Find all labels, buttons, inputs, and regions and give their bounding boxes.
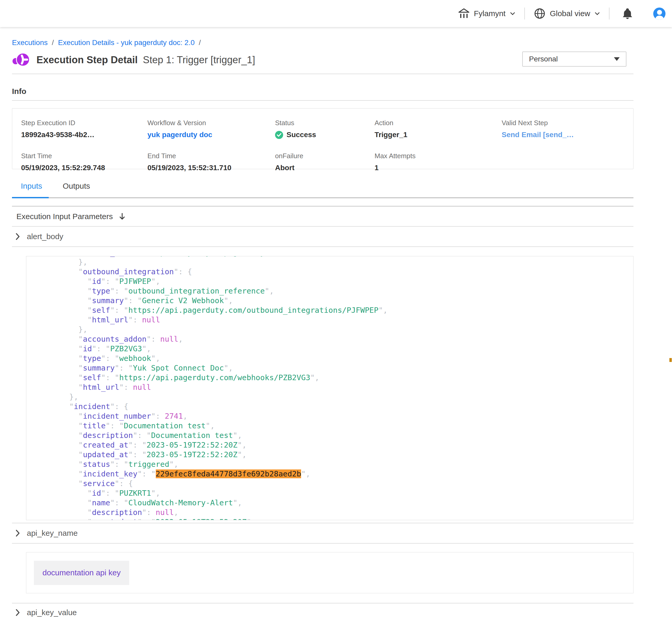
field-value: Abort bbox=[275, 164, 374, 172]
view-switcher[interactable]: Global view bbox=[534, 8, 600, 19]
chevron-down-icon bbox=[510, 12, 515, 15]
code-line: "status": "triggered", bbox=[42, 459, 633, 469]
code-line: "name": "CloudWatch-Memory-Alert", bbox=[42, 498, 633, 508]
code-line: "type": "outbound_integration_reference"… bbox=[42, 286, 633, 296]
main-content: Executions / Execution Details - yuk pag… bbox=[0, 38, 646, 618]
code-line: }, bbox=[42, 258, 633, 267]
code-line: }, bbox=[42, 325, 633, 334]
download-parameters-button[interactable] bbox=[118, 212, 126, 221]
chevron-down-icon bbox=[594, 12, 600, 15]
status-text: Success bbox=[286, 131, 316, 139]
field-value: 05/19/2023, 15:52:31.710 bbox=[148, 164, 275, 172]
tab-inputs[interactable]: Inputs bbox=[21, 182, 42, 197]
code-line: "summary": "Yuk Spot Connect Doc", bbox=[42, 363, 633, 373]
institution-icon bbox=[458, 8, 470, 19]
code-line: "created_at": "2023-05-19T22:52:20Z", bbox=[42, 517, 633, 520]
active-tab-underline bbox=[12, 197, 49, 198]
execution-input-parameters-bar: Execution Input Parameters bbox=[12, 207, 634, 227]
avatar-head bbox=[657, 10, 662, 15]
field-onfailure: onFailure Abort bbox=[275, 152, 374, 172]
topbar-divider bbox=[609, 8, 609, 19]
param-name: api_key_name bbox=[27, 529, 78, 538]
param-row-alert-body[interactable]: alert_body bbox=[12, 227, 634, 247]
scrollbar-find-marker bbox=[669, 358, 672, 362]
field-label: End Time bbox=[148, 152, 275, 160]
breadcrumb: Executions / Execution Details - yuk pag… bbox=[12, 38, 646, 47]
info-card: Step Execution ID 18992a43-9538-4b2… Wor… bbox=[12, 108, 634, 169]
alert-body-json-viewer[interactable]: "html_url": "https://fylamynt.pagerduty.… bbox=[26, 256, 634, 520]
field-max-attempts: Max Attempts 1 bbox=[374, 152, 502, 172]
field-end-time: End Time 05/19/2023, 15:52:31.710 bbox=[148, 152, 275, 172]
param-row-api-key-name[interactable]: api_key_name bbox=[12, 523, 634, 543]
breadcrumb-separator: / bbox=[52, 38, 54, 47]
breadcrumb-execution-details[interactable]: Execution Details - yuk pagerduty doc: 2… bbox=[58, 38, 195, 47]
api-key-name-chip[interactable]: documentation api key bbox=[34, 561, 129, 585]
breadcrumb-executions[interactable]: Executions bbox=[12, 38, 48, 47]
field-value: 18992a43-9538-4b2… bbox=[21, 131, 148, 139]
code-line: "service": { bbox=[42, 479, 633, 489]
code-line: "html_url": null bbox=[42, 383, 633, 392]
caret-down-icon bbox=[614, 57, 620, 61]
code-line: "created_at": "2023-05-19T22:52:20Z", bbox=[42, 440, 633, 450]
field-value: 05/19/2023, 15:52:29.748 bbox=[21, 164, 148, 172]
field-label: Action bbox=[374, 119, 502, 127]
code-line: "id": "PUZKRT1", bbox=[42, 489, 633, 498]
field-status: Status Success bbox=[275, 119, 374, 139]
field-label: Status bbox=[275, 119, 374, 127]
field-workflow-version: Workflow & Version yuk pagerduty doc bbox=[148, 119, 275, 139]
scope-select[interactable]: Personal bbox=[522, 51, 626, 67]
notifications-button[interactable] bbox=[622, 8, 633, 19]
code-line: "html_url": null bbox=[42, 315, 633, 325]
topbar-divider bbox=[524, 8, 525, 19]
tab-bar: Inputs Outputs bbox=[12, 182, 634, 198]
status-badge: Success bbox=[275, 131, 374, 139]
execution-step-detail-page: Fylamynt Global view bbox=[0, 0, 672, 618]
topbar: Fylamynt Global view bbox=[0, 0, 672, 27]
title-row: Execution Step Detail Step 1: Trigger [t… bbox=[12, 51, 634, 68]
org-name: Fylamynt bbox=[474, 9, 506, 18]
field-valid-next-step: Valid Next Step Send Email [send_… bbox=[502, 119, 633, 139]
next-step-link[interactable]: Send Email [send_… bbox=[502, 131, 633, 139]
code-line: "accounts_addon": null, bbox=[42, 334, 633, 344]
json-code: "html_url": "https://fylamynt.pagerduty.… bbox=[26, 256, 633, 520]
chevron-right-icon bbox=[16, 233, 20, 240]
field-label: Max Attempts bbox=[374, 152, 502, 160]
workflow-link[interactable]: yuk pagerduty doc bbox=[148, 131, 275, 139]
globe-icon bbox=[534, 8, 546, 19]
code-line: "type": "webhook", bbox=[42, 353, 633, 363]
field-label: Valid Next Step bbox=[502, 119, 633, 127]
code-line: "incident_key": "229efec8feda44778d3fe69… bbox=[42, 469, 633, 479]
success-check-icon bbox=[275, 131, 283, 139]
field-action: Action Trigger_1 bbox=[374, 119, 502, 139]
scope-select-value: Personal bbox=[529, 55, 614, 63]
code-line: "self": "https://api.pagerduty.com/webho… bbox=[42, 373, 633, 383]
field-step-execution-id: Step Execution ID 18992a43-9538-4b2… bbox=[21, 119, 148, 139]
chevron-right-icon bbox=[16, 529, 20, 537]
divider bbox=[12, 100, 634, 101]
tab-outputs[interactable]: Outputs bbox=[63, 182, 90, 197]
param-row-api-key-value[interactable]: api_key_value bbox=[12, 603, 634, 618]
field-label: Step Execution ID bbox=[21, 119, 148, 127]
code-line: "outbound_integration": { bbox=[42, 267, 633, 277]
chevron-right-icon bbox=[16, 609, 20, 616]
code-line: "id": "PJFWPEP", bbox=[42, 277, 633, 286]
code-line: "incident_number": 2741, bbox=[42, 411, 633, 421]
field-label: onFailure bbox=[275, 152, 374, 160]
breadcrumb-separator: / bbox=[199, 38, 201, 47]
code-line: "summary": "Generic V2 Webhook", bbox=[42, 296, 633, 305]
field-value: 1 bbox=[374, 164, 502, 172]
code-line: "updated_at": "2023-05-19T22:52:20Z", bbox=[42, 450, 633, 459]
field-value: Trigger_1 bbox=[374, 131, 502, 139]
code-line: "self": "https://api.pagerduty.com/outbo… bbox=[42, 305, 633, 315]
code-line: "description": null, bbox=[42, 508, 633, 517]
code-line: "description": "Documentation test", bbox=[42, 431, 633, 440]
org-switcher[interactable]: Fylamynt bbox=[458, 8, 515, 19]
field-start-time: Start Time 05/19/2023, 15:52:29.748 bbox=[21, 152, 148, 172]
info-heading: Info bbox=[12, 87, 646, 96]
code-line: "id": "PZB2VG3", bbox=[42, 344, 633, 353]
bell-icon bbox=[622, 8, 633, 19]
param-name: api_key_value bbox=[27, 608, 77, 617]
params-bar-label: Execution Input Parameters bbox=[16, 212, 113, 221]
field-label: Workflow & Version bbox=[148, 119, 275, 127]
user-avatar[interactable] bbox=[653, 8, 666, 20]
